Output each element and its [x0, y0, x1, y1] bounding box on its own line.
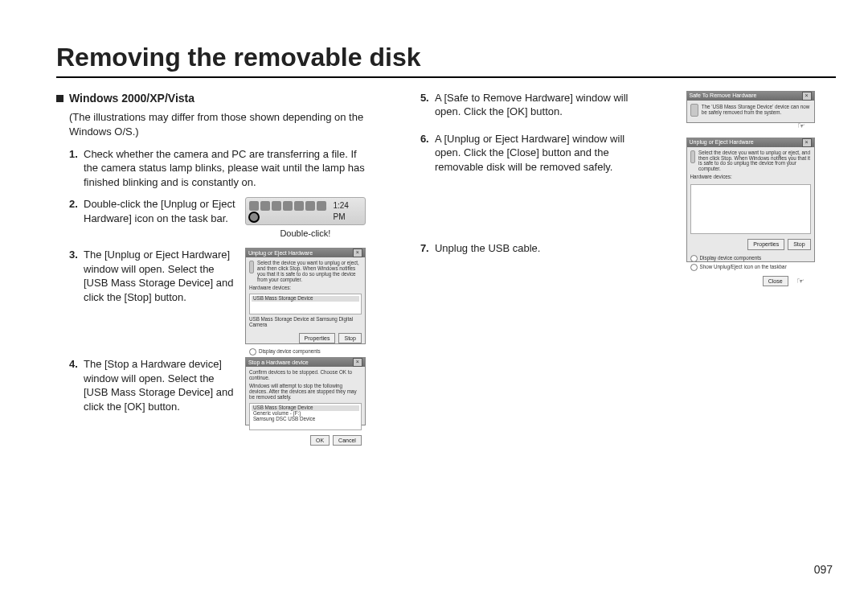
close-button: Close	[763, 276, 788, 286]
tray-icon	[317, 201, 326, 211]
dialog-titlebar: Unplug or Eject Hardware ×	[246, 249, 365, 257]
stop-hardware-dialog: Stop a Hardware device × Confirm devices…	[245, 357, 366, 425]
step-5-text: A [Safe to Remove Hardware] window will …	[435, 91, 640, 119]
dialog-instruction-1: Confirm devices to be stopped. Choose OK…	[249, 370, 362, 381]
hand-click-icon: ☞	[797, 121, 812, 132]
step-7-number: 7.	[420, 241, 435, 256]
device-list-empty	[690, 184, 811, 234]
display-components-checkbox-label: Display device components	[700, 256, 762, 261]
tray-icon	[260, 201, 270, 211]
dialog-title-text: Unplug or Eject Hardware	[248, 249, 313, 257]
step-4-text: The [Stop a Hardware device] window will…	[84, 357, 234, 413]
hand-click-icon: ☞	[796, 276, 811, 287]
step-2-row: 2. Double-click the [Unplug or Eject Har…	[56, 197, 366, 240]
tray-icons	[249, 201, 334, 222]
column-left: Windows 2000/XP/Vista (The illustrations…	[56, 91, 366, 427]
step-5: 5. A [Safe to Remove Hardware] window wi…	[407, 91, 640, 119]
taskbar-caption: Double-click!	[245, 228, 366, 240]
step-2-text: Double-click the [Unplug or Eject Hardwa…	[84, 197, 239, 225]
device-list-selected: USB Mass Storage Device	[252, 296, 359, 302]
step-3-row: 3. The [Unplug or Eject Hardware] window…	[56, 248, 366, 344]
info-icon	[690, 104, 698, 117]
close-icon: ×	[353, 249, 362, 257]
step-7-text: Unplug the USB cable.	[435, 241, 640, 256]
ok-button: OK	[310, 435, 330, 446]
close-icon: ×	[802, 92, 812, 101]
tray-icon	[249, 201, 259, 211]
section-bullet-icon	[56, 95, 63, 102]
taskbar-time: 1:24 PM	[333, 200, 361, 222]
taskbar-screenshot: 1:24 PM	[245, 197, 366, 225]
safe-remove-dialog: Safe To Remove Hardware × The 'USB Mass …	[686, 91, 815, 123]
checkbox-icon	[690, 264, 698, 271]
properties-button: Properties	[299, 333, 336, 343]
dialog-titlebar: Safe To Remove Hardware ×	[687, 92, 814, 101]
tray-icon	[272, 201, 281, 211]
dialog-instruction: Select the device you want to unplug or …	[698, 150, 810, 173]
show-icon-checkbox-label: Show Unplug/Eject icon on the taskbar	[700, 265, 787, 270]
device-segment-label: USB Mass Storage Device at Samsung Digit…	[249, 317, 362, 328]
dialog-title-text: Safe To Remove Hardware	[690, 92, 757, 99]
dialog-instruction-2: Windows will attempt to stop the followi…	[249, 384, 362, 401]
step-6-text: A [Unplug or Eject Hardware] window will…	[435, 132, 640, 175]
section-heading: Windows 2000/XP/Vista	[56, 91, 366, 106]
hardware-devices-label: Hardware devices:	[690, 175, 811, 180]
step-3-text: The [Unplug or Eject Hardware] window wi…	[84, 248, 234, 304]
step-2-number: 2.	[69, 197, 84, 225]
checkbox-icon	[690, 255, 698, 262]
stop-button: Stop	[338, 333, 361, 343]
close-icon: ×	[802, 138, 812, 147]
hardware-devices-label: Hardware devices:	[249, 286, 362, 291]
dialog-titlebar: Unplug or Eject Hardware ×	[687, 138, 814, 147]
section-heading-text: Windows 2000/XP/Vista	[69, 91, 194, 106]
device-list: USB Mass Storage Device	[249, 294, 362, 314]
section-intro: (The illustrations may differ from those…	[56, 110, 366, 138]
display-components-checkbox-label: Display device components	[259, 349, 321, 355]
unplug-eject-dialog-2: Unplug or Eject Hardware × Select the de…	[686, 138, 815, 262]
step-4-row: 4. The [Stop a Hardware device] window w…	[56, 357, 366, 425]
step-7: 7. Unplug the USB cable.	[407, 241, 640, 256]
column-right: Safe To Remove Hardware × The 'USB Mass …	[682, 91, 836, 427]
page-number: 097	[814, 562, 833, 577]
step-4-number: 4.	[69, 357, 84, 413]
dialog-title-text: Stop a Hardware device	[248, 359, 309, 366]
cancel-button: Cancel	[333, 435, 362, 446]
dialog-titlebar: Stop a Hardware device ×	[246, 358, 365, 367]
stop-button: Stop	[788, 239, 810, 249]
step-6-number: 6.	[420, 132, 435, 175]
step-3-number: 3.	[69, 248, 84, 304]
dialog-message: The 'USB Mass Storage Device' device can…	[702, 105, 811, 116]
device-list-item: Samsung DSC USB Device	[252, 417, 359, 422]
hardware-icon	[249, 261, 254, 273]
hardware-icon	[690, 150, 696, 163]
properties-button: Properties	[747, 239, 784, 249]
close-icon: ×	[353, 358, 362, 367]
checkbox-icon	[249, 348, 256, 355]
tray-icon	[305, 201, 315, 211]
page-title: Removing the removable disk	[56, 44, 836, 78]
tray-icon	[283, 201, 293, 211]
step-1-number: 1.	[69, 147, 84, 190]
step-6: 6. A [Unplug or Eject Hardware] window w…	[407, 132, 640, 175]
step-1-text: Check whether the camera and PC are tran…	[84, 147, 366, 190]
column-middle: 5. A [Safe to Remove Hardware] window wi…	[407, 91, 640, 427]
step-5-number: 5.	[420, 91, 435, 119]
dialog-title-text: Unplug or Eject Hardware	[690, 138, 754, 146]
step-1: 1. Check whether the camera and PC are t…	[56, 147, 366, 190]
eject-hardware-tray-icon	[249, 212, 259, 222]
dialog-instruction: Select the device you want to unplug or …	[257, 261, 362, 283]
tray-icon	[294, 201, 304, 211]
unplug-eject-dialog: Unplug or Eject Hardware × Select the de…	[245, 248, 366, 344]
device-list: USB Mass Storage Device Generic volume -…	[249, 403, 362, 430]
